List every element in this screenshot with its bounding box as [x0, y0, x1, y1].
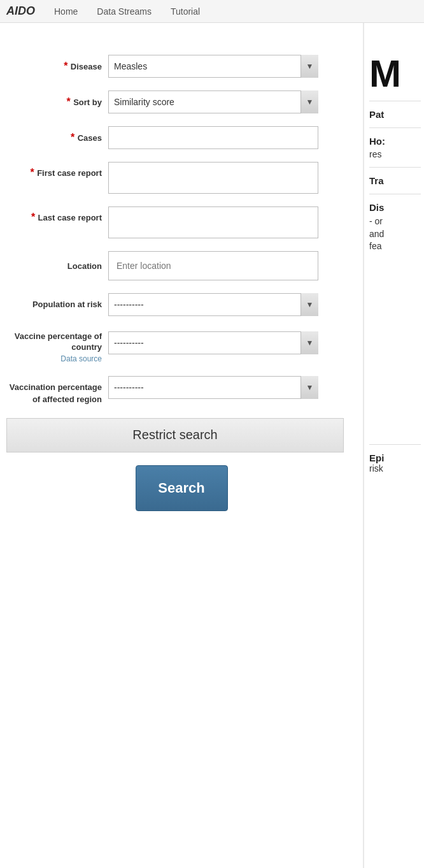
- first-case-label-area: * First case report: [6, 162, 108, 179]
- last-case-required-star: *: [31, 212, 38, 222]
- navbar: AIDO Home Data Streams Tutorial: [0, 0, 424, 23]
- cases-row: * Cases: [6, 126, 357, 149]
- sortby-select-wrapper: Similarity score ▼: [108, 90, 318, 113]
- first-case-input-area: [108, 162, 357, 194]
- sortby-select[interactable]: Similarity score: [108, 90, 318, 113]
- location-row: Location: [6, 251, 357, 280]
- disease-input-area: Measles ▼: [108, 55, 357, 78]
- last-case-row: * Last case report: [6, 206, 357, 238]
- cases-input-area: [108, 126, 357, 149]
- disease-row: * Disease Measles ▼: [6, 55, 357, 78]
- vaccination-select-wrapper: ---------- ▼: [108, 376, 318, 399]
- right-dis-label: Dis: [369, 202, 421, 213]
- right-pat-label: Pat: [369, 109, 421, 120]
- sortby-row: * Sort by Similarity score ▼: [6, 90, 357, 113]
- right-title: M: [369, 55, 421, 93]
- vaccination-label-area: Vaccination percentage of affected regio…: [6, 376, 108, 405]
- cases-label: Cases: [78, 133, 102, 143]
- location-input-area: [108, 251, 357, 280]
- population-label-area: Population at risk: [6, 293, 108, 310]
- disease-select-wrapper: Measles ▼: [108, 55, 318, 78]
- population-row: Population at risk ---------- ▼: [6, 293, 357, 316]
- right-tra-label: Tra: [369, 175, 421, 186]
- sortby-label: Sort by: [73, 98, 102, 107]
- disease-select[interactable]: Measles: [108, 55, 318, 78]
- vaccination-select[interactable]: ----------: [108, 376, 318, 399]
- disease-label-area: * Disease: [6, 61, 108, 72]
- location-input[interactable]: [108, 251, 318, 280]
- population-select[interactable]: ----------: [108, 293, 318, 316]
- last-case-input-area: [108, 206, 357, 238]
- restrict-section: Restrict search: [6, 418, 357, 452]
- vaccine-label-area: Vaccine percentage of country Data sourc…: [6, 329, 108, 363]
- main-layout: * Disease Measles ▼ * Sort by: [0, 23, 424, 868]
- location-label: Location: [67, 261, 102, 271]
- first-case-input[interactable]: [108, 162, 318, 194]
- sortby-required-star: *: [67, 96, 74, 107]
- vaccine-row: Vaccine percentage of country Data sourc…: [6, 329, 357, 363]
- data-source-link[interactable]: Data source: [6, 354, 102, 363]
- right-host-label: Ho:: [369, 136, 421, 147]
- location-label-area: Location: [6, 260, 108, 271]
- vaccination-label: Vaccination percentage of affected regio…: [10, 382, 102, 404]
- logo: AIDO: [6, 4, 35, 18]
- last-case-label-area: * Last case report: [6, 206, 108, 224]
- search-section: Search: [6, 465, 357, 511]
- right-risk-label: risk: [369, 463, 421, 474]
- population-input-area: ---------- ▼: [108, 293, 357, 316]
- vaccine-label: Vaccine percentage of country: [6, 331, 102, 353]
- population-select-wrapper: ---------- ▼: [108, 293, 318, 316]
- vaccine-input-area: ---------- ▼: [108, 329, 357, 354]
- first-case-row: * First case report: [6, 162, 357, 194]
- first-case-label: First case report: [37, 168, 102, 178]
- disease-label: Disease: [71, 62, 102, 71]
- right-epi-section: Epi risk: [369, 444, 421, 474]
- nav-datastreams[interactable]: Data Streams: [97, 6, 152, 17]
- nav-home[interactable]: Home: [54, 6, 78, 17]
- population-label: Population at risk: [32, 300, 102, 309]
- nav-tutorial[interactable]: Tutorial: [171, 6, 200, 17]
- right-panel: M Pat Ho: res Tra Dis - or and fea Epi r…: [363, 23, 424, 868]
- first-case-required-star: *: [30, 167, 37, 178]
- right-epi-label: Epi: [369, 452, 421, 463]
- disease-required-star: *: [64, 61, 71, 71]
- sortby-label-area: * Sort by: [6, 96, 108, 108]
- vaccine-select[interactable]: ----------: [108, 331, 318, 354]
- restrict-search-button[interactable]: Restrict search: [6, 418, 344, 452]
- vaccination-input-area: ---------- ▼: [108, 376, 357, 399]
- form-panel: * Disease Measles ▼ * Sort by: [0, 23, 363, 868]
- vaccine-select-wrapper: ---------- ▼: [108, 331, 318, 354]
- last-case-input[interactable]: [108, 206, 318, 238]
- cases-input[interactable]: [108, 126, 318, 149]
- cases-label-area: * Cases: [6, 132, 108, 143]
- right-dis-text: - or and fea: [369, 215, 421, 253]
- search-button[interactable]: Search: [136, 465, 228, 511]
- vaccination-row: Vaccination percentage of affected regio…: [6, 376, 357, 405]
- sortby-input-area: Similarity score ▼: [108, 90, 357, 113]
- cases-required-star: *: [71, 132, 78, 143]
- right-host-sub: res: [369, 149, 421, 159]
- last-case-label: Last case report: [38, 213, 102, 222]
